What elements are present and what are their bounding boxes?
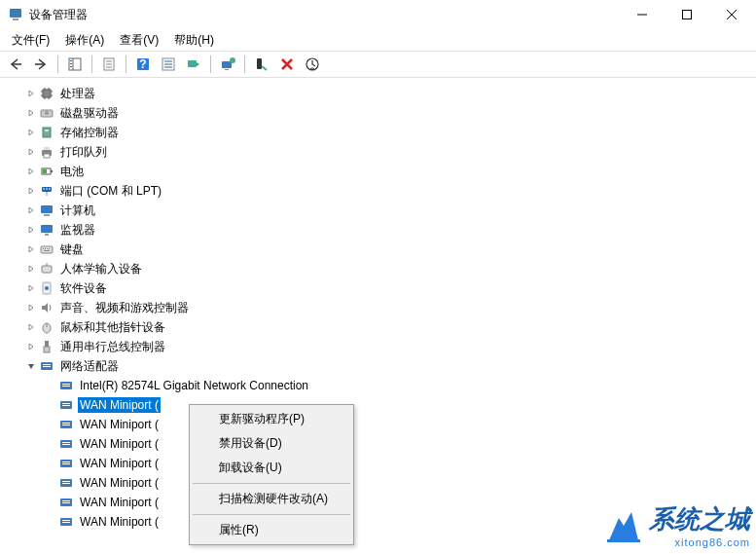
tree-node[interactable]: Intel(R) 82574L Gigabit Network Connecti… bbox=[4, 376, 752, 395]
tree-node[interactable]: 处理器 bbox=[4, 84, 752, 103]
expand-icon[interactable] bbox=[23, 319, 39, 335]
tree-node-label[interactable]: 存储控制器 bbox=[58, 124, 121, 142]
context-uninstall-device[interactable]: 卸载设备(U) bbox=[192, 456, 351, 480]
tree-node[interactable]: 网络适配器 bbox=[4, 356, 752, 376]
tree-node-label[interactable]: 网络适配器 bbox=[58, 357, 121, 376]
tree-node[interactable]: WAN Miniport ( bbox=[4, 473, 752, 493]
show-hide-tree-button[interactable] bbox=[63, 54, 87, 75]
menu-view[interactable]: 查看(V) bbox=[112, 30, 166, 51]
tree-node[interactable]: 键盘 bbox=[4, 240, 752, 259]
tree-node-label[interactable]: 键盘 bbox=[58, 240, 86, 259]
context-update-driver[interactable]: 更新驱动程序(P) bbox=[192, 407, 351, 431]
network-icon bbox=[58, 475, 74, 491]
tree-node[interactable]: 声音、视频和游戏控制器 bbox=[4, 298, 752, 317]
tree-node-label[interactable]: WAN Miniport ( bbox=[78, 436, 161, 452]
tree-node-label[interactable]: WAN Miniport ( bbox=[78, 514, 161, 530]
tree-node[interactable]: 打印队列 bbox=[4, 142, 752, 162]
toolbar-separator bbox=[91, 55, 92, 73]
tree-node-label[interactable]: WAN Miniport ( bbox=[78, 397, 161, 413]
update-driver-button[interactable] bbox=[216, 54, 239, 75]
expand-icon[interactable] bbox=[23, 280, 39, 296]
tree-node-label[interactable]: 声音、视频和游戏控制器 bbox=[58, 299, 191, 317]
uninstall-device-button[interactable] bbox=[275, 54, 299, 75]
tree-node-label[interactable]: 计算机 bbox=[58, 202, 97, 220]
tree-node[interactable]: 软件设备 bbox=[4, 278, 752, 298]
tree-node-label[interactable]: 处理器 bbox=[58, 85, 97, 103]
tree-node-label[interactable]: 端口 (COM 和 LPT) bbox=[58, 182, 163, 201]
minimize-button[interactable] bbox=[620, 0, 665, 29]
tree-node[interactable]: WAN Miniport ( bbox=[4, 415, 752, 434]
maximize-button[interactable] bbox=[665, 0, 709, 29]
tree-node-label[interactable]: 人体学输入设备 bbox=[58, 260, 144, 278]
help-button[interactable]: ? bbox=[131, 54, 155, 75]
tree-node[interactable]: 存储控制器 bbox=[4, 123, 752, 142]
svg-point-50 bbox=[46, 188, 48, 190]
tree-node-label[interactable]: Intel(R) 82574L Gigabit Network Connecti… bbox=[78, 378, 310, 393]
scan-hardware-button[interactable] bbox=[182, 54, 205, 75]
mouse-icon bbox=[39, 319, 54, 335]
tree-node[interactable]: 计算机 bbox=[4, 201, 752, 220]
tree-node[interactable]: 通用串行总线控制器 bbox=[4, 337, 752, 356]
expand-icon[interactable] bbox=[23, 300, 39, 315]
tree-node[interactable]: 电池 bbox=[4, 162, 752, 181]
tree-node-label[interactable]: WAN Miniport ( bbox=[78, 495, 161, 510]
svg-rect-47 bbox=[43, 169, 47, 173]
tree-node-label[interactable]: WAN Miniport ( bbox=[78, 456, 161, 471]
tree-node[interactable]: WAN Miniport ( bbox=[4, 395, 752, 415]
tree-node[interactable]: WAN Miniport ( bbox=[4, 454, 752, 473]
tree-node[interactable]: 鼠标和其他指针设备 bbox=[4, 317, 752, 337]
svg-rect-44 bbox=[44, 154, 50, 158]
tree-node-label[interactable]: 打印队列 bbox=[58, 143, 109, 162]
expander-placeholder bbox=[43, 456, 58, 471]
expand-icon[interactable] bbox=[23, 125, 39, 140]
network-cat-icon bbox=[39, 358, 54, 374]
expand-icon[interactable] bbox=[23, 339, 39, 354]
back-button[interactable] bbox=[4, 54, 27, 75]
menu-action[interactable]: 操作(A) bbox=[57, 30, 112, 51]
context-properties[interactable]: 属性(R) bbox=[192, 518, 351, 542]
network-icon bbox=[58, 397, 74, 413]
tree-node[interactable]: WAN Miniport ( bbox=[4, 434, 752, 454]
tree-node-label[interactable]: 磁盘驱动器 bbox=[58, 104, 121, 123]
expand-icon[interactable] bbox=[23, 105, 39, 121]
tree-node-label[interactable]: 通用串行总线控制器 bbox=[58, 338, 167, 356]
tree-node[interactable]: WAN Miniport ( bbox=[4, 512, 752, 532]
menu-help[interactable]: 帮助(H) bbox=[166, 30, 222, 51]
expand-icon[interactable] bbox=[23, 241, 39, 257]
collapse-icon[interactable] bbox=[23, 358, 39, 374]
context-scan-hardware[interactable]: 扫描检测硬件改动(A) bbox=[192, 487, 351, 511]
tree-node[interactable]: WAN Miniport ( bbox=[4, 493, 752, 512]
tree-node-label[interactable]: 电池 bbox=[58, 163, 86, 181]
expand-icon[interactable] bbox=[23, 183, 39, 199]
menu-file[interactable]: 文件(F) bbox=[4, 30, 57, 51]
tree-node[interactable]: 人体学输入设备 bbox=[4, 259, 752, 278]
device-tree[interactable]: 处理器磁盘驱动器存储控制器打印队列电池端口 (COM 和 LPT)计算机监视器键… bbox=[0, 78, 756, 554]
expand-icon[interactable] bbox=[23, 261, 39, 277]
properties-button[interactable] bbox=[97, 54, 121, 75]
action-button[interactable] bbox=[157, 54, 180, 75]
tree-node[interactable]: 监视器 bbox=[4, 220, 752, 240]
expander-placeholder bbox=[43, 417, 58, 432]
expand-icon[interactable] bbox=[23, 144, 39, 160]
forward-button[interactable] bbox=[29, 54, 53, 75]
close-button[interactable] bbox=[709, 0, 754, 29]
expand-icon[interactable] bbox=[23, 164, 39, 179]
tree-node-label[interactable]: 软件设备 bbox=[58, 279, 109, 298]
context-disable-device[interactable]: 禁用设备(D) bbox=[192, 431, 351, 456]
tree-node-label[interactable]: 监视器 bbox=[58, 221, 97, 240]
window-title: 设备管理器 bbox=[29, 7, 620, 23]
svg-rect-76 bbox=[62, 386, 70, 387]
expand-icon[interactable] bbox=[23, 86, 39, 101]
disable-device-button[interactable] bbox=[250, 54, 273, 75]
svg-rect-10 bbox=[70, 60, 72, 61]
tree-node-label[interactable]: WAN Miniport ( bbox=[78, 475, 161, 491]
tree-node-label[interactable]: WAN Miniport ( bbox=[78, 417, 161, 432]
svg-rect-88 bbox=[62, 463, 70, 464]
expand-icon[interactable] bbox=[23, 222, 39, 238]
device-button[interactable] bbox=[301, 54, 324, 75]
tree-node[interactable]: 磁盘驱动器 bbox=[4, 103, 752, 123]
toolbar: ? bbox=[0, 51, 756, 78]
tree-node-label[interactable]: 鼠标和其他指针设备 bbox=[58, 318, 167, 337]
expand-icon[interactable] bbox=[23, 203, 39, 218]
tree-node[interactable]: 端口 (COM 和 LPT) bbox=[4, 181, 752, 201]
